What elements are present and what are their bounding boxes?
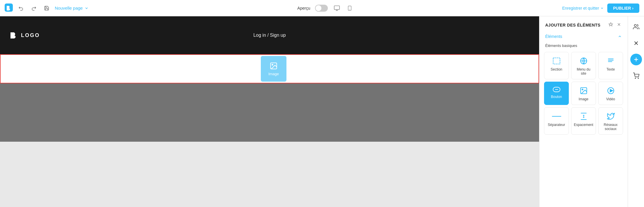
publish-label: PUBLIER ›: [613, 6, 634, 10]
tile-label-menu: Menu du site: [574, 67, 593, 76]
page-login-text: Log in / Sign up: [253, 33, 286, 38]
page-header: LOGO Log in / Sign up: [0, 16, 539, 54]
separateur-icon: [552, 116, 561, 117]
svg-point-7: [272, 64, 273, 65]
tile-label-video: Vidéo: [606, 97, 615, 101]
toolbar-left: Nouvelle page: [5, 3, 89, 13]
panel-header-actions: [608, 22, 622, 28]
element-tile-reseaux[interactable]: Réseaux sociaux: [598, 107, 623, 135]
desktop-device-button[interactable]: [332, 4, 341, 13]
drag-image-element[interactable]: Image: [261, 56, 286, 82]
elements-subsection-label: Éléments basiques: [539, 42, 628, 52]
mobile-device-button[interactable]: [346, 4, 353, 13]
save-draft-button[interactable]: [42, 3, 51, 13]
page-title-label: Nouvelle page: [55, 6, 83, 10]
sidebar-close-button[interactable]: [630, 37, 642, 49]
save-quit-button[interactable]: Enregistrer et quitter: [562, 6, 604, 10]
element-tile-menu[interactable]: Menu du site: [571, 52, 596, 79]
page-logo-text: LOGO: [21, 32, 40, 38]
element-tile-bouton[interactable]: Bouton: [544, 82, 569, 105]
sidebar-users-button[interactable]: [630, 21, 642, 33]
drag-image-label: Image: [268, 72, 279, 76]
svg-rect-10: [553, 58, 560, 64]
publish-button[interactable]: PUBLIER ›: [607, 3, 639, 13]
elements-section-label: Éléments: [545, 34, 562, 39]
app-logo-icon: [5, 3, 13, 13]
elements-panel: AJOUTER DES ÉLÉMENTS: [539, 16, 628, 207]
undo-button[interactable]: [16, 3, 26, 13]
tile-label-bouton: Bouton: [551, 95, 562, 99]
element-tile-texte[interactable]: Texte: [598, 52, 623, 79]
canvas: LOGO Log in / Sign up Image: [0, 16, 539, 207]
main-toolbar: Nouvelle page Aperçu Enregistrer et quit…: [0, 0, 644, 16]
right-panel: AJOUTER DES ÉLÉMENTS: [539, 16, 644, 207]
tile-label-image: Image: [579, 97, 588, 101]
gray-section: [0, 83, 539, 142]
elements-grid: Section Menu du site: [539, 52, 628, 139]
esp-bottom-line: [581, 119, 587, 120]
subsection-label: Éléments basiques: [545, 43, 577, 48]
drop-zone-section[interactable]: Image: [0, 54, 539, 83]
svg-point-28: [635, 78, 636, 78]
esp-top-line: [581, 113, 587, 113]
esp-arrow-icon: [582, 114, 586, 118]
svg-point-29: [638, 78, 638, 78]
tile-label-texte: Texte: [606, 67, 615, 71]
elements-section: Éléments: [539, 32, 628, 42]
sidebar-cart-button[interactable]: [630, 70, 642, 82]
tile-label-separateur: Séparateur: [548, 123, 565, 127]
toolbar-right: Enregistrer et quitter PUBLIER ›: [562, 3, 639, 13]
apercu-toggle[interactable]: [315, 5, 328, 12]
apercu-label: Aperçu: [297, 6, 310, 10]
element-tile-video[interactable]: Vidéo: [598, 82, 623, 105]
page-title-button[interactable]: Nouvelle page: [55, 6, 89, 10]
element-tile-section[interactable]: Section: [544, 52, 569, 79]
panel-title: AJOUTER DES ÉLÉMENTS: [545, 23, 601, 27]
element-tile-separateur[interactable]: Séparateur: [544, 107, 569, 135]
tile-label-espacement: Espacement: [574, 123, 593, 127]
sidebar-add-button[interactable]: [630, 54, 642, 65]
element-tile-espacement[interactable]: Espacement: [571, 107, 596, 135]
main-area: LOGO Log in / Sign up Image AJOUTER DE: [0, 16, 644, 207]
toolbar-center: Aperçu: [297, 4, 353, 13]
save-quit-label: Enregistrer et quitter: [562, 6, 599, 10]
tile-label-section: Section: [550, 67, 562, 71]
svg-rect-1: [334, 6, 339, 9]
page-logo: LOGO: [9, 30, 40, 41]
svg-point-23: [634, 24, 636, 27]
svg-point-18: [582, 89, 583, 90]
page-logo-icon: [9, 30, 19, 41]
element-tile-image[interactable]: Image: [571, 82, 596, 105]
panel-pin-button[interactable]: [608, 22, 614, 28]
svg-marker-20: [610, 89, 613, 92]
panel-header: AJOUTER DES ÉLÉMENTS: [539, 16, 628, 32]
tile-label-reseaux: Réseaux sociaux: [601, 123, 620, 131]
panel-close-button[interactable]: [616, 22, 622, 28]
redo-button[interactable]: [29, 3, 38, 13]
right-sidebar: [628, 16, 644, 207]
svg-line-22: [612, 114, 613, 115]
